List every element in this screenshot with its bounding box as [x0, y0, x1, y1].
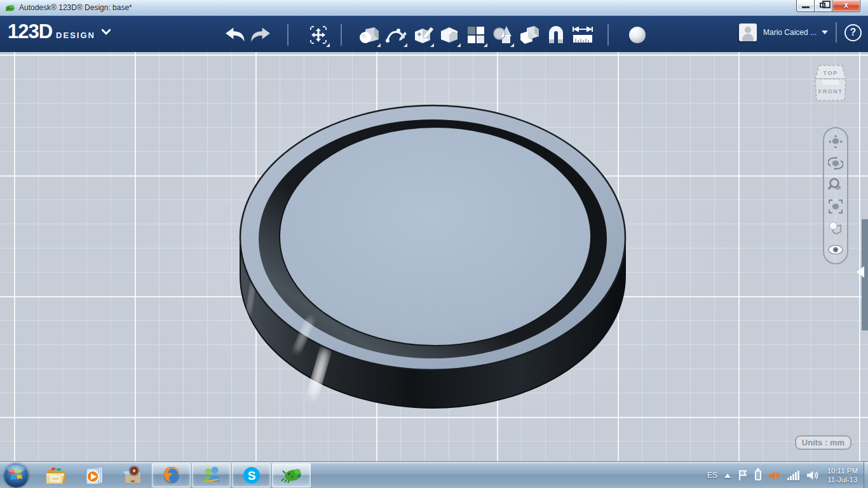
material-tool-button[interactable] [625, 23, 649, 47]
main-toolbar [222, 21, 649, 49]
taskbar-item-windows-media-player[interactable] [84, 464, 105, 486]
chevron-down-icon [102, 28, 109, 36]
svg-text:S: S [247, 469, 255, 482]
grouping-tool-button[interactable] [491, 23, 515, 47]
show-desktop-button[interactable] [864, 462, 868, 488]
taskbar-item-messenger[interactable] [192, 463, 231, 487]
zoom-icon[interactable] [828, 177, 843, 193]
toolbar-separator [607, 24, 609, 46]
viewcube-top-face[interactable]: TOP [824, 70, 838, 76]
app-toolbar: 123D DESIGN [0, 16, 868, 52]
desktop: Autodesk® 123D® Design: base* x 123D DES… [0, 0, 868, 488]
clock-date: 11-Jul-13 [827, 475, 858, 484]
viewport-canvas[interactable]: TOP FRONT [0, 52, 868, 461]
minimize-button[interactable] [796, 0, 815, 12]
action-center-flag-icon[interactable] [738, 470, 748, 481]
view-cube[interactable]: TOP FRONT [812, 62, 849, 104]
language-indicator[interactable]: ES [707, 471, 717, 480]
user-dropdown-caret-icon[interactable] [822, 30, 828, 34]
taskbar-item-box-app[interactable] [122, 464, 144, 486]
viewcube-front-face[interactable]: FRONT [818, 88, 843, 95]
toolbar-separator [836, 22, 837, 43]
material-sphere-icon [629, 27, 646, 43]
taskbar-clock[interactable]: 10:11 PM 11-Jul-13 [827, 466, 858, 484]
visibility-eye-icon[interactable] [828, 242, 843, 257]
model-base-disc[interactable] [0, 52, 868, 461]
help-button[interactable]: ? [844, 24, 862, 41]
measure-tool-button[interactable] [571, 23, 595, 47]
help-glyph: ? [850, 27, 857, 38]
user-avatar[interactable] [739, 24, 757, 41]
modify-tool-button[interactable] [437, 23, 461, 47]
undo-button[interactable] [222, 23, 247, 47]
panel-expand-arrow-icon [857, 266, 864, 278]
window-titlebar[interactable]: Autodesk® 123D® Design: base* x [0, 0, 868, 16]
redo-button[interactable] [249, 23, 273, 47]
volume-mixer-icon[interactable] [768, 470, 780, 481]
clock-time: 10:11 PM [827, 466, 858, 475]
units-indicator[interactable]: Units : mm [795, 435, 851, 450]
construct-tool-button[interactable] [410, 23, 435, 47]
combine-tool-button[interactable] [517, 23, 541, 47]
snap-tool-button[interactable] [544, 23, 568, 47]
app-icon [5, 3, 15, 12]
battery-icon[interactable] [755, 470, 761, 480]
display-settings-icon[interactable] [828, 220, 843, 236]
start-button[interactable] [4, 463, 29, 487]
toolbar-separator [341, 24, 342, 46]
pattern-tool-button[interactable] [464, 23, 488, 47]
taskbar-item-firefox[interactable] [152, 463, 191, 487]
brand-text: 123D [8, 20, 52, 43]
transform-tool-button[interactable] [306, 23, 330, 47]
window-title: Autodesk® 123D® Design: base* [19, 3, 132, 12]
close-button[interactable]: x [832, 0, 860, 12]
restore-button[interactable] [814, 0, 832, 12]
app-logo-menu[interactable]: 123D DESIGN [8, 20, 109, 43]
primitives-tool-button[interactable] [357, 23, 381, 47]
system-tray: ES 10:11 PM 11-Jul-13 [707, 462, 868, 488]
fit-view-icon[interactable] [828, 199, 843, 214]
volume-icon[interactable] [806, 470, 819, 481]
show-hidden-icons-button[interactable] [724, 473, 731, 478]
network-signal-icon[interactable] [787, 471, 799, 480]
taskbar-item-skype[interactable]: S [232, 463, 271, 487]
user-name[interactable]: Mario Caiced ... [763, 28, 817, 37]
brand-sub-text: DESIGN [56, 30, 95, 40]
pan-icon[interactable] [828, 134, 843, 149]
windows-taskbar: S ES [0, 461, 868, 488]
taskbar-item-windows-explorer[interactable] [46, 464, 67, 486]
orbit-icon[interactable] [828, 156, 843, 171]
taskbar-item-123d-design[interactable] [272, 463, 311, 487]
side-panel-tab[interactable] [862, 219, 868, 330]
sketch-tool-button[interactable] [384, 23, 408, 47]
toolbar-separator [287, 24, 288, 46]
view-navigation-bar [823, 127, 848, 264]
